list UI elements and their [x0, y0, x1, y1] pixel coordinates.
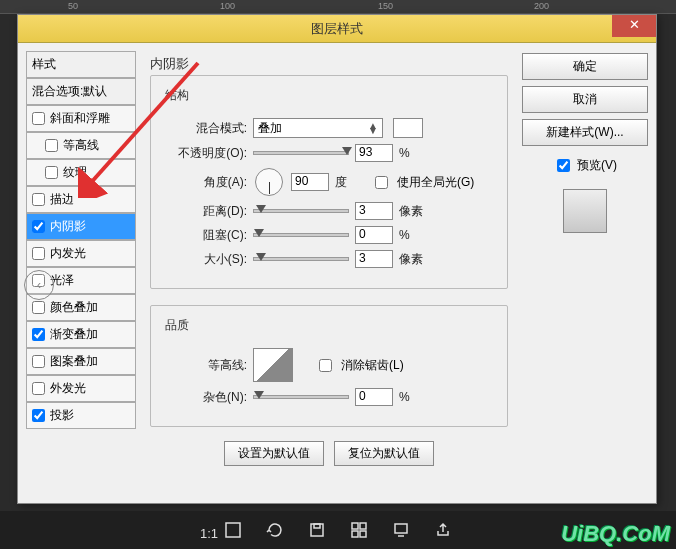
svg-rect-1	[226, 523, 240, 537]
checkbox-pattern-overlay[interactable]	[32, 355, 45, 368]
styles-header: 样式	[26, 51, 136, 78]
choke-slider[interactable]	[253, 233, 349, 237]
antialias-label: 消除锯齿(L)	[341, 357, 404, 374]
style-item-texture[interactable]: 纹理	[26, 159, 136, 186]
angle-unit: 度	[335, 174, 365, 191]
shadow-color-swatch[interactable]	[393, 118, 423, 138]
preview-checkbox[interactable]	[557, 159, 570, 172]
section-title: 内阴影	[150, 55, 508, 73]
style-item-outer-glow[interactable]: 外发光	[26, 375, 136, 402]
choke-label: 阻塞(C):	[161, 227, 247, 244]
set-default-button[interactable]: 设置为默认值	[224, 441, 324, 466]
style-item-bevel[interactable]: 斜面和浮雕	[26, 105, 136, 132]
grid-icon[interactable]	[350, 521, 368, 539]
ok-button[interactable]: 确定	[522, 53, 648, 80]
structure-legend: 结构	[161, 87, 193, 104]
style-label: 渐变叠加	[50, 326, 98, 343]
angle-label: 角度(A):	[161, 174, 247, 191]
distance-slider[interactable]	[253, 209, 349, 213]
noise-slider[interactable]	[253, 395, 349, 399]
style-label: 描边	[50, 191, 74, 208]
style-label: 纹理	[63, 164, 87, 181]
ruler-top: 50 100 150 200	[0, 0, 676, 14]
share-icon[interactable]	[434, 521, 452, 539]
checkbox-drop-shadow[interactable]	[32, 409, 45, 422]
checkbox-contour[interactable]	[45, 139, 58, 152]
style-item-inner-glow[interactable]: 内发光	[26, 240, 136, 267]
style-label: 图案叠加	[50, 353, 98, 370]
choke-input[interactable]: 0	[355, 226, 393, 244]
preview-label: 预览(V)	[577, 157, 617, 174]
center-panel: 内阴影 结构 混合模式: 叠加 ▲▼ 不透明度(O): 93 %	[140, 51, 518, 495]
close-button[interactable]: ✕	[612, 15, 656, 37]
noise-input[interactable]: 0	[355, 388, 393, 406]
checkbox-inner-glow[interactable]	[32, 247, 45, 260]
style-label: 等高线	[63, 137, 99, 154]
style-label: 内发光	[50, 245, 86, 262]
style-item-drop-shadow[interactable]: 投影	[26, 402, 136, 429]
distance-input[interactable]: 3	[355, 202, 393, 220]
global-light-label: 使用全局光(G)	[397, 174, 474, 191]
quality-legend: 品质	[161, 317, 193, 334]
style-item-gradient-overlay[interactable]: 渐变叠加	[26, 321, 136, 348]
distance-label: 距离(D):	[161, 203, 247, 220]
opacity-input[interactable]: 93	[355, 144, 393, 162]
antialias-checkbox[interactable]	[319, 359, 332, 372]
checkbox-color-overlay[interactable]	[32, 301, 45, 314]
cancel-button[interactable]: 取消	[522, 86, 648, 113]
chevron-left-icon: ‹	[37, 278, 41, 292]
svg-rect-8	[395, 524, 407, 533]
contour-picker[interactable]	[253, 348, 293, 382]
noise-label: 杂色(N):	[161, 389, 247, 406]
distance-unit: 像素	[399, 203, 429, 220]
svg-rect-7	[360, 531, 366, 537]
reset-default-button[interactable]: 复位为默认值	[334, 441, 434, 466]
preview-swatch	[563, 189, 607, 233]
size-slider[interactable]	[253, 257, 349, 261]
chevron-updown-icon: ▲▼	[368, 123, 378, 133]
style-item-inner-shadow[interactable]: 内阴影	[26, 213, 136, 240]
size-input[interactable]: 3	[355, 250, 393, 268]
blend-mode-select[interactable]: 叠加 ▲▼	[253, 118, 383, 138]
layer-style-dialog: 图层样式 ✕ 样式 混合选项:默认 斜面和浮雕 等高线 纹理 描边	[17, 14, 657, 504]
opacity-label: 不透明度(O):	[161, 145, 247, 162]
opacity-slider[interactable]	[253, 151, 349, 155]
style-item-stroke[interactable]: 描边	[26, 186, 136, 213]
svg-rect-4	[352, 523, 358, 529]
angle-input[interactable]: 90	[291, 173, 329, 191]
checkbox-texture[interactable]	[45, 166, 58, 179]
style-label: 投影	[50, 407, 74, 424]
style-label: 斜面和浮雕	[50, 110, 110, 127]
new-style-button[interactable]: 新建样式(W)...	[522, 119, 648, 146]
zoom-level[interactable]: 1:1	[200, 526, 218, 541]
size-unit: 像素	[399, 251, 429, 268]
noise-unit: %	[399, 390, 429, 404]
checkbox-bevel[interactable]	[32, 112, 45, 125]
global-light-checkbox[interactable]	[375, 176, 388, 189]
checkbox-stroke[interactable]	[32, 193, 45, 206]
structure-fieldset: 结构 混合模式: 叠加 ▲▼ 不透明度(O): 93 % 角度(A)	[150, 75, 508, 289]
save-icon[interactable]	[308, 521, 326, 539]
angle-dial[interactable]	[255, 168, 283, 196]
svg-rect-2	[311, 524, 323, 536]
refresh-icon[interactable]	[266, 521, 284, 539]
back-button[interactable]: ‹	[24, 270, 54, 300]
style-item-contour[interactable]: 等高线	[26, 132, 136, 159]
quality-fieldset: 品质 等高线: 消除锯齿(L) 杂色(N): 0 %	[150, 305, 508, 427]
watermark: UiBQ.CoM	[561, 521, 670, 547]
style-item-pattern-overlay[interactable]: 图案叠加	[26, 348, 136, 375]
size-label: 大小(S):	[161, 251, 247, 268]
checkbox-gradient-overlay[interactable]	[32, 328, 45, 341]
checkbox-inner-shadow[interactable]	[32, 220, 45, 233]
svg-rect-5	[360, 523, 366, 529]
contour-label: 等高线:	[161, 357, 247, 374]
svg-rect-3	[314, 524, 320, 528]
titlebar: 图层样式 ✕	[18, 15, 656, 43]
fit-icon[interactable]	[224, 521, 242, 539]
right-panel: 确定 取消 新建样式(W)... 预览(V)	[522, 51, 648, 495]
blend-options-item[interactable]: 混合选项:默认	[26, 78, 136, 105]
opacity-unit: %	[399, 146, 429, 160]
device-icon[interactable]	[392, 521, 410, 539]
dialog-title: 图层样式	[18, 20, 656, 38]
checkbox-outer-glow[interactable]	[32, 382, 45, 395]
